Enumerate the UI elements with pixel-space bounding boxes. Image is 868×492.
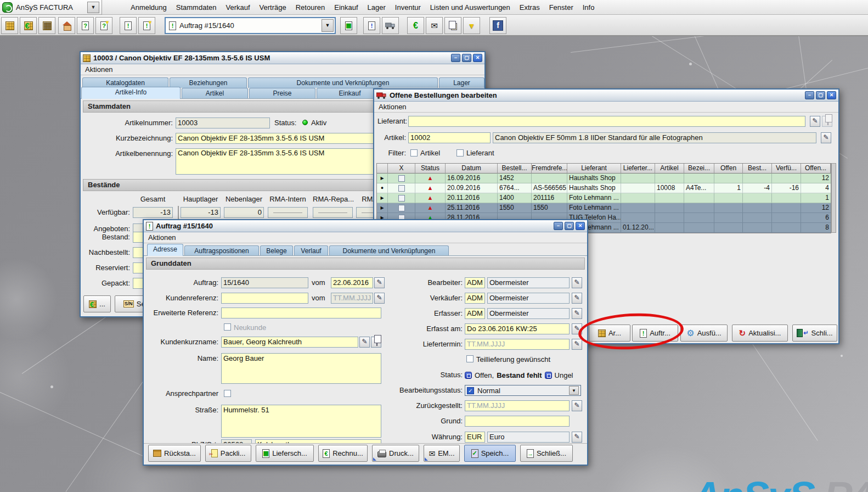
menu-einkauf[interactable]: Einkauf [334, 3, 358, 12]
tab-auftragspositionen[interactable]: Auftragspositionen [184, 245, 259, 256]
verkaeufer-picker-button[interactable]: ✎ [572, 293, 582, 304]
rechnung-button[interactable]: €Rechnu... [318, 445, 368, 462]
row-expander-icon[interactable]: ▶ [380, 203, 384, 213]
menu-extras[interactable]: Extras [520, 3, 540, 12]
verfuegbar-hauptlager-field[interactable]: -13 [181, 207, 221, 218]
menu-inventur[interactable]: Inventur [395, 3, 421, 12]
search-doc-button[interactable]: ? [77, 17, 94, 34]
ansprechpartner-checkbox[interactable] [224, 390, 231, 397]
verfuegbar-nebenlager-field[interactable]: 0 [224, 207, 264, 218]
kundenreferenz-vom-field[interactable]: TT.MM.JJJJ [331, 293, 373, 304]
tab-belege[interactable]: Belege [260, 245, 293, 256]
lieferschein-button[interactable]: ▦ [340, 17, 357, 34]
table-row[interactable]: ▶ ▲ 20.11.2016 1400 201116 Foto Lehmann … [377, 193, 831, 203]
liefertermin-field[interactable]: TT.MM.JJJJ [465, 339, 570, 350]
auftrag-vom-field[interactable]: 22.06.2016 [331, 277, 373, 288]
header-bezeichnung[interactable]: Bezei... [684, 164, 714, 174]
aktualisieren-button[interactable]: ↻ Aktualisi... [732, 325, 788, 342]
maximize-button[interactable]: ▢ [462, 54, 471, 62]
header-bestell[interactable]: Bestell... [498, 164, 532, 174]
header-lieferant[interactable]: Lieferant [567, 164, 621, 174]
bearbeiter-code-field[interactable]: ADM [465, 277, 485, 288]
minimize-button[interactable]: − [451, 54, 460, 62]
table-vertical-scrollbar[interactable] [831, 163, 836, 233]
table-row-selected[interactable]: ▶ ▲ 25.11.2016 1550 1550 Foto Lehmann ..… [377, 203, 831, 213]
table-row[interactable]: ● ▲ 20.09.2016 6764... AS-566565 Haushal… [377, 183, 831, 193]
artikelnummer-field[interactable]: 10003 [176, 118, 270, 128]
grund-field[interactable] [465, 416, 570, 427]
artikel-window-titlebar[interactable]: 10003 / Canon Objektiv EF 28-135mm 3.5-5… [81, 52, 484, 64]
header-verfuegbar[interactable]: Verfü... [772, 164, 801, 174]
verfuegbar-gesamt-field[interactable]: -13 [133, 207, 173, 218]
minimize-button[interactable]: − [805, 91, 814, 99]
email-button[interactable]: ✉ [426, 17, 443, 34]
email-button[interactable]: ✉EM... [424, 445, 460, 462]
row-checkbox[interactable] [398, 205, 405, 211]
close-button[interactable]: ✕ [827, 91, 836, 99]
filter-lieferant-checkbox[interactable] [456, 149, 464, 156]
menu-anmeldung[interactable]: Anmeldung [131, 3, 167, 12]
search-filter-doc-button[interactable]: ?▼ [95, 17, 112, 34]
tab-artikel-info[interactable]: Artikel-Info [81, 87, 181, 99]
document-combo[interactable]: ! Auftrag #15/1640 ▼ [165, 17, 336, 34]
erweiterte-referenz-field[interactable] [221, 308, 381, 318]
schliessen-button[interactable]: →Schließ... [520, 445, 573, 462]
row-checkbox[interactable] [398, 185, 405, 192]
strasse-field[interactable]: Hummelstr. 51 [221, 405, 381, 438]
speichern-button[interactable]: ✓Speich... [464, 445, 516, 462]
facebook-button[interactable]: f [489, 17, 506, 34]
rechnung-euro-button[interactable]: € [407, 17, 424, 34]
home-button[interactable] [58, 17, 75, 34]
header-expander[interactable] [377, 164, 388, 174]
menu-retouren[interactable]: Retouren [296, 3, 325, 12]
packliste-button[interactable]: Packli... [205, 445, 251, 462]
tab-dokumente[interactable]: Dokumente und Verknüpfungen [248, 77, 438, 88]
lieferschein-button[interactable]: ▦Liefersch... [256, 445, 314, 462]
bestellung-doc-button[interactable]: ! [363, 17, 380, 34]
tab-lager[interactable]: Lager [439, 77, 484, 88]
erfasst-am-field[interactable]: Do 23.06.2016 KW:25 [465, 323, 570, 334]
header-artikel[interactable]: Artikel [655, 164, 684, 174]
waehrung-code-field[interactable]: EUR [465, 432, 485, 443]
menu-aktionen[interactable]: Aktionen [379, 103, 407, 111]
lieferant-open-button[interactable] [822, 116, 832, 127]
menu-aktionen[interactable]: Aktionen [85, 65, 113, 74]
copy-button[interactable] [444, 17, 461, 34]
lieferant-picker-button[interactable]: ✎ [810, 116, 820, 127]
menu-verkauf[interactable]: Verkauf [226, 3, 250, 12]
euro-more-button[interactable]: € ... [83, 295, 111, 312]
dropdown-arrow-icon[interactable]: ▼ [569, 386, 579, 395]
tab-dokumente[interactable]: Dokumente und Verknüpfungen [329, 245, 449, 256]
close-button[interactable]: ✕ [576, 222, 585, 230]
kundenkurzname-picker-button[interactable]: ✎ [359, 337, 370, 348]
menu-fenster[interactable]: Fenster [549, 3, 573, 12]
header-offen[interactable]: Offen [714, 164, 743, 174]
tab-preise[interactable]: Preise [249, 88, 315, 98]
bearbeiter-picker-button[interactable]: ✎ [572, 277, 582, 288]
auftrag-vom-picker-button[interactable]: ✎ [374, 277, 385, 288]
bestellungen-window-titlebar[interactable]: Offene Bestellungen bearbeiten − ▢ ✕ [374, 90, 838, 102]
artikel-euro-button[interactable]: € [20, 17, 37, 34]
menu-stammdaten[interactable]: Stammdaten [176, 3, 217, 12]
waehrung-picker-button[interactable]: ✎ [572, 432, 582, 443]
header-datum[interactable]: Datum [446, 164, 498, 174]
combo-dropdown-arrow-icon[interactable]: ▼ [322, 19, 334, 32]
erfasser-code-field[interactable]: ADM [465, 308, 485, 319]
artikel-dark-cube-button[interactable] [38, 17, 55, 34]
artikel-picker-button[interactable]: ✎ [821, 132, 831, 143]
minimize-button[interactable]: − [554, 222, 563, 230]
maximize-button[interactable]: ▢ [565, 222, 574, 230]
zurueckgestellt-field[interactable]: TT.MM.JJJJ [465, 400, 570, 411]
header-fremdref[interactable]: Fremdrefe... [532, 164, 567, 174]
name-field[interactable]: Georg Bauer [221, 353, 381, 384]
tab-verlauf[interactable]: Verlauf [294, 245, 328, 256]
auftrag-filter-doc-button[interactable]: !▼ [138, 17, 155, 34]
filter-artikel-checkbox[interactable] [410, 149, 418, 156]
header-status[interactable]: Status [415, 164, 446, 174]
menu-info[interactable]: Info [583, 3, 595, 12]
tab-artikel[interactable]: Artikel [182, 88, 248, 98]
verkaeufer-code-field[interactable]: ADM [465, 293, 485, 304]
maximize-button[interactable]: ▢ [816, 91, 825, 99]
teillieferung-checkbox[interactable] [466, 355, 474, 362]
app-selector[interactable]: AnSyS FACTURA ▼ [0, 0, 102, 15]
